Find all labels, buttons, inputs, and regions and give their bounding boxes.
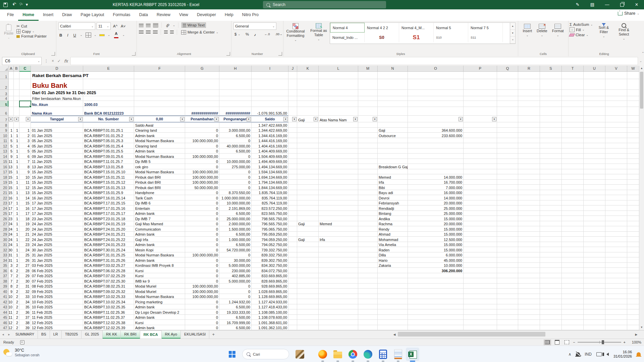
cell-H40[interactable]: 0 (219, 289, 252, 294)
column-header-R[interactable]: R (518, 66, 540, 72)
cell-Q38[interactable] (497, 278, 518, 284)
customize-qat-button[interactable]: ▾ (26, 0, 28, 9)
cell-V12[interactable] (605, 143, 627, 148)
cell-B6[interactable] (14, 107, 19, 116)
cell-L14[interactable] (319, 154, 358, 159)
cell-U29[interactable] (584, 232, 605, 237)
notifications-muted-icon[interactable] (576, 352, 580, 356)
cell-W35[interactable] (627, 263, 639, 268)
cell-H38[interactable]: 5.000.000,00 (219, 278, 252, 284)
cell-T26[interactable] (562, 216, 584, 221)
cell-H31[interactable]: 6.500,00 (219, 242, 252, 247)
cell-J6[interactable] (288, 107, 297, 116)
cell-G12[interactable]: 0 (185, 143, 219, 148)
cell-K39[interactable] (297, 284, 319, 289)
cell-F23[interactable]: Dp IMB 6 (134, 200, 185, 206)
cell-P9[interactable] (464, 128, 497, 133)
column-header-G[interactable]: G (185, 66, 219, 72)
cell-E36[interactable]: BCA.RBBPT.06.02.25.28 (83, 268, 134, 273)
cell-S13[interactable] (540, 148, 562, 154)
column-header-J[interactable]: J (288, 66, 297, 72)
cell-N42[interactable] (378, 299, 408, 304)
row-header-37[interactable]: 37 (0, 273, 9, 279)
cell-P21[interactable] (464, 190, 497, 195)
cell-M34[interactable] (358, 257, 378, 263)
cell-M1[interactable] (358, 72, 378, 79)
filter-dropdown-I[interactable]: ▼ (283, 117, 288, 121)
cell-E45[interactable]: BCA.RBBPT.11.02.25.37 (83, 315, 134, 320)
cell-S17[interactable] (540, 169, 562, 175)
cell-V39[interactable] (605, 284, 627, 289)
cell-U22[interactable] (584, 195, 605, 200)
cell-R28[interactable] (518, 226, 540, 232)
cell-V28[interactable] (605, 226, 627, 232)
redo-button[interactable]: ↷▾ (19, 0, 21, 10)
cell-F11[interactable]: Modal Nurman Baskara (134, 138, 185, 143)
cell-Q22[interactable] (497, 195, 518, 200)
cell-F40[interactable]: Modal Muriel (134, 289, 185, 294)
cell-A42[interactable]: 10 (9, 299, 14, 304)
cell-T24[interactable] (562, 205, 584, 211)
zoom-in-button[interactable]: + (624, 340, 626, 344)
cell-H7[interactable]: Pengurangan▼ (219, 116, 252, 122)
cell-J22[interactable] (288, 195, 297, 200)
cell-K25[interactable] (297, 211, 319, 216)
cell-L7[interactable]: Atas Nama Nam▼ (319, 116, 358, 122)
cell-A24[interactable]: 17 (9, 205, 14, 211)
cell-D47[interactable]: 12 Feb 2025 (31, 325, 83, 330)
cell-B20[interactable]: 1 (14, 185, 19, 190)
cell-L37[interactable] (319, 273, 358, 279)
cell-E26[interactable]: BCA.RBBPT.23.01.25.18 (83, 216, 134, 221)
style-item[interactable]: Normal 4 (330, 23, 365, 33)
cell-V2[interactable] (605, 79, 627, 90)
cell-W19[interactable] (627, 180, 639, 185)
zoom-out-button[interactable]: − (573, 340, 575, 344)
cell-B35[interactable]: 2 (14, 263, 19, 268)
select-all-corner[interactable] (0, 66, 9, 72)
column-header-F[interactable]: F (134, 66, 185, 72)
cell-G28[interactable]: 0 (185, 226, 219, 232)
cell-M11[interactable] (358, 138, 378, 143)
cell-C9[interactable]: 1 (19, 128, 31, 133)
cell-L4[interactable] (319, 96, 358, 101)
style-item[interactable]: Normal 5 (434, 23, 468, 33)
column-header-U[interactable]: U (584, 66, 605, 72)
cell-U15[interactable] (584, 159, 605, 164)
sheet-tab-ekualisasi[interactable]: EKUALISASI (181, 330, 209, 339)
cell-J24[interactable] (288, 205, 297, 211)
row-header-13[interactable]: 13 (0, 148, 9, 154)
cell-P28[interactable] (464, 226, 497, 232)
cell-V37[interactable] (605, 273, 627, 279)
gallery-more-icon[interactable]: ≡ (510, 37, 515, 44)
cell-S6[interactable] (540, 107, 562, 116)
cell-Q43[interactable] (497, 304, 518, 310)
cell-B24[interactable]: 1 (14, 205, 19, 211)
cell-A8[interactable] (9, 122, 14, 128)
cell-K7[interactable]: Gaji▼ (297, 116, 319, 122)
filter-dropdown-D[interactable]: ▼ (78, 117, 83, 121)
cell-G8[interactable] (185, 122, 219, 128)
cell-R45[interactable] (518, 315, 540, 320)
cell-N38[interactable] (378, 278, 408, 284)
cell-R13[interactable] (518, 148, 540, 154)
cell-P18[interactable] (464, 174, 497, 180)
cell-K28[interactable] (297, 226, 319, 232)
cell-N40[interactable] (378, 289, 408, 294)
cell-R27[interactable] (518, 221, 540, 227)
cell-E18[interactable]: BCA.RBBPT.15.01.25.11 (83, 174, 134, 180)
cell-S38[interactable] (540, 278, 562, 284)
cell-K14[interactable] (297, 154, 319, 159)
cell-S34[interactable] (540, 257, 562, 263)
cell-J17[interactable] (288, 169, 297, 175)
cell-B41[interactable]: 2 (14, 294, 19, 299)
cell-K27[interactable]: Gaji (297, 221, 319, 227)
cell-M3[interactable] (358, 90, 378, 96)
cell-K43[interactable] (297, 304, 319, 310)
cell-B8[interactable] (14, 122, 19, 128)
column-header-B[interactable]: B (14, 66, 19, 72)
cell-O3[interactable] (408, 90, 464, 96)
horse-image[interactable] (294, 349, 305, 360)
cell-B25[interactable]: 1 (14, 211, 19, 216)
cell-I42[interactable]: 1.127.424.933,00 (252, 299, 288, 304)
cell-G7[interactable]: Penambahan▼ (185, 116, 219, 122)
